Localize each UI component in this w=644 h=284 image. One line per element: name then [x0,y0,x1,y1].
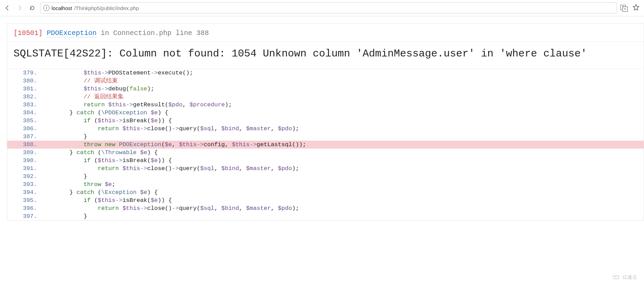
code-line: 381. $this->debug(false); [7,85,644,93]
line-source: // 返回结果集 [39,93,124,101]
code-line: 396. return $this->close()->query($sql, … [7,204,644,212]
watermark-text: 亿速云 [623,274,637,281]
code-line: 382. // 返回结果集 [7,93,644,101]
browser-toolbar: i localhost/Thinkphp5/public/index.php 文… [0,0,644,16]
site-info-icon[interactable]: i [43,5,50,11]
exception-class-link[interactable]: PDOException [47,29,97,37]
line-source: if ($this->isBreak($e)) { [39,117,172,125]
forward-button[interactable] [15,3,24,12]
line-source: throw $e; [39,180,115,188]
code-line: 384. } catch (\PDOException $e) { [7,109,644,117]
line-source: $this->PDOStatement->execute(); [39,69,193,77]
code-line: 391. return $this->close()->query($sql, … [7,165,644,172]
line-source: return $this->close()->query($sql, $bind… [39,125,299,133]
line-number: 387. [7,133,39,141]
line-source: } [39,212,87,220]
url-origin: localhost [52,5,72,11]
line-number: 394. [7,188,39,196]
line-number: 390. [7,157,39,165]
code-line: 388. throw new PDOException($e, $this->c… [7,141,644,149]
line-number: 396. [7,204,39,212]
line-number: 384. [7,109,39,117]
code-line: 383. return $this->getResult($pdo, $proc… [7,101,644,109]
line-source: } catch (\Exception $e) { [39,188,158,196]
line-number: 397. [7,212,39,220]
line-number: 379. [7,69,39,77]
in-word: in [101,29,109,37]
line-source: } catch (\Throwable $e) { [39,149,158,157]
code-line: 397. } [7,212,644,220]
url-path: /Thinkphp5/public/index.php [74,5,139,11]
error-panel: [10501] PDOException in Connection.php l… [7,23,644,221]
line-number: 383. [7,101,39,109]
line-number: 386. [7,125,39,133]
line-source: } [39,172,87,180]
translate-icon[interactable]: 文A [620,5,627,11]
code-line: 379. $this->PDOStatement->execute(); [7,69,644,77]
code-line: 387. } [7,133,644,141]
code-line: 392. } [7,172,644,180]
line-source: $this->debug(false); [39,85,154,93]
line-number: 395. [7,196,39,204]
line-number: 393. [7,180,39,188]
line-source: } catch (\PDOException $e) { [39,109,168,117]
line-number: 380. [7,77,39,85]
line-source: return $this->close()->query($sql, $bind… [39,165,299,172]
line-number: 382. [7,93,39,101]
line-source: // 调试结束 [39,77,118,85]
line-source: return $this->close()->query($sql, $bind… [39,204,299,212]
back-button[interactable] [3,3,12,12]
code-line: 395. if ($this->isBreak($e)) { [7,196,644,204]
code-line: 390. if ($this->isBreak($e)) { [7,157,644,165]
line-number: 388. [7,141,39,149]
code-line: 393. throw $e; [7,180,644,188]
line-source: if ($this->isBreak($e)) { [39,196,172,204]
watermark: 亿速云 [611,274,637,281]
error-file-line: Connection.php line 388 [113,29,209,37]
bookmark-star-icon[interactable] [632,3,640,12]
line-number: 392. [7,172,39,180]
error-message: SQLSTATE[42S22]: Column not found: 1054 … [7,42,644,69]
line-source: if ($this->isBreak($e)) { [39,157,172,165]
line-source: return $this->getResult($pdo, $procedure… [39,101,232,109]
page-content: [10501] PDOException in Connection.php l… [0,16,644,221]
error-header: [10501] PDOException in Connection.php l… [7,24,644,42]
address-bar[interactable]: i localhost/Thinkphp5/public/index.php [40,2,617,14]
toolbar-right-icons: 文A [620,3,641,12]
code-line: 394. } catch (\Exception $e) { [7,188,644,196]
line-source: } [39,133,87,141]
code-line: 386. return $this->close()->query($sql, … [7,125,644,133]
line-source: throw new PDOException($e, $this->config… [39,141,306,149]
source-code-block: 379. $this->PDOStatement->execute();380.… [7,69,644,220]
error-code: [10501] [14,29,43,37]
line-number: 385. [7,117,39,125]
code-line: 385. if ($this->isBreak($e)) { [7,117,644,125]
code-line: 380. // 调试结束 [7,77,644,85]
line-number: 389. [7,149,39,157]
reload-button[interactable] [28,3,37,12]
line-number: 391. [7,165,39,172]
line-number: 381. [7,85,39,93]
code-line: 389. } catch (\Throwable $e) { [7,149,644,157]
